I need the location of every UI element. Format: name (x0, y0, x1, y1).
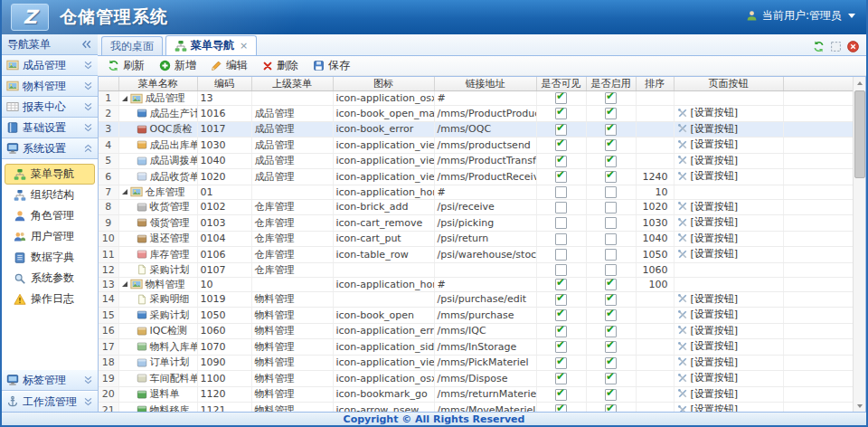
checkbox-checked[interactable] (555, 389, 567, 401)
sidebar-panel-工作流管理[interactable]: 工作流管理 (2, 391, 98, 413)
set-buttons-link[interactable]: [设置按钮] (677, 324, 739, 337)
delete-button[interactable]: 删除 (256, 56, 305, 75)
sidebar-panel-报表中心[interactable]: 报表中心 (2, 97, 98, 118)
table-row[interactable]: 5成品调拨单1040成品管理icon-application_view_icon… (99, 153, 854, 169)
table-row[interactable]: 11库存管理0106仓库管理icon-table_row/psi/warehou… (99, 247, 854, 263)
checkbox-checked[interactable] (555, 373, 567, 384)
column-header-排序[interactable]: 排序 (636, 77, 674, 91)
checkbox-unchecked[interactable] (605, 217, 617, 229)
table-row[interactable]: 18订单计划1090物料管理icon-application_view_deta… (99, 355, 854, 371)
scroll-up-arrow-icon[interactable] (854, 77, 865, 89)
vertical-scrollbar[interactable] (853, 77, 865, 412)
expand-icon[interactable] (830, 41, 842, 52)
scrollbar-thumb[interactable] (854, 90, 865, 178)
table-row[interactable]: 10退还管理0104仓库管理icon-cart_put/psi/return10… (99, 231, 854, 247)
checkbox-checked[interactable] (555, 294, 567, 306)
table-row[interactable]: 1成品管理13icon-application_osx_home# (99, 91, 854, 106)
set-buttons-link[interactable]: [设置按钮] (677, 292, 739, 306)
checkbox-checked[interactable] (605, 108, 617, 119)
sidebar-panel-标签管理[interactable]: 标签管理 (2, 369, 98, 391)
checkbox-checked[interactable] (605, 389, 617, 401)
close-icon[interactable] (847, 41, 859, 52)
table-row[interactable]: 20退料单1120物料管理icon-bookmark_go/mms/return… (99, 386, 854, 403)
checkbox-checked[interactable] (605, 326, 617, 337)
checkbox-checked[interactable] (605, 92, 617, 104)
checkbox-unchecked[interactable] (555, 202, 567, 214)
checkbox-checked[interactable] (605, 341, 617, 353)
sidebar-panel-成品管理[interactable]: 成品管理 (2, 55, 98, 76)
checkbox-checked[interactable] (555, 108, 567, 119)
sidebar-item-操作日志[interactable]: 操作日志 (2, 289, 98, 309)
set-buttons-link[interactable]: [设置按钮] (677, 154, 739, 167)
checkbox-checked[interactable] (555, 341, 567, 353)
checkbox-unchecked[interactable] (555, 249, 567, 261)
set-buttons-link[interactable]: [设置按钮] (677, 339, 739, 353)
add-button[interactable]: 新增 (153, 56, 203, 75)
column-header-编码[interactable]: 编码 (197, 77, 251, 91)
checkbox-checked[interactable] (605, 279, 617, 290)
set-buttons-link[interactable]: [设置按钮] (677, 356, 739, 369)
checkbox-checked[interactable] (555, 309, 567, 321)
checkbox-checked[interactable] (605, 124, 617, 136)
scroll-down-arrow-icon[interactable] (854, 400, 865, 412)
checkbox-unchecked[interactable] (605, 264, 617, 276)
column-header-是否可见[interactable]: 是否可见 (536, 77, 586, 91)
checkbox-checked[interactable] (555, 92, 567, 104)
table-row[interactable]: 6成品收货单1020成品管理icon-application_view_list… (99, 169, 854, 185)
sidebar-item-角色管理[interactable]: 角色管理 (2, 205, 98, 226)
tab-close-icon[interactable]: × (240, 40, 248, 52)
set-buttons-link[interactable]: [设置按钮] (677, 122, 739, 136)
tab-我的桌面[interactable]: 我的桌面 (101, 36, 163, 55)
checkbox-checked[interactable] (555, 171, 567, 183)
column-header-菜单名称[interactable]: 菜单名称 (118, 77, 197, 91)
set-buttons-link[interactable]: [设置按钮] (677, 169, 739, 183)
column-header-页面按钮[interactable]: 页面按钮 (674, 77, 783, 91)
edit-button[interactable]: 编辑 (204, 56, 254, 75)
checkbox-checked[interactable] (555, 357, 567, 369)
table-row[interactable]: 19车间配料单1100物料管理icon-application_osx_casc… (99, 371, 854, 387)
set-buttons-link[interactable]: [设置按钮] (677, 106, 739, 119)
checkbox-checked[interactable] (605, 139, 617, 151)
set-buttons-link[interactable]: [设置按钮] (677, 371, 739, 384)
sidebar-panel-基础设置[interactable]: 基础设置 (2, 118, 98, 138)
checkbox-unchecked[interactable] (605, 233, 617, 245)
checkbox-unchecked[interactable] (605, 202, 617, 214)
tree-expand-icon[interactable] (122, 189, 127, 195)
set-buttons-link[interactable]: [设置按钮] (677, 247, 739, 261)
checkbox-checked[interactable] (605, 171, 617, 183)
sidebar-item-数据字典[interactable]: 数据字典 (2, 247, 98, 268)
checkbox-unchecked[interactable] (605, 249, 617, 261)
table-row[interactable]: 17物料入库单1070物料管理icon-application_side_exp… (99, 339, 854, 356)
sidebar-item-菜单导航[interactable]: 菜单导航 (5, 164, 95, 185)
column-header-图标[interactable]: 图标 (333, 77, 434, 91)
set-buttons-link[interactable]: [设置按钮] (677, 232, 739, 245)
table-row[interactable]: 7仓库管理01icon-application_home#10 (99, 185, 854, 199)
checkbox-checked[interactable] (605, 309, 617, 321)
set-buttons-link[interactable]: [设置按钮] (677, 308, 739, 321)
sidebar-panel-物料管理[interactable]: 物料管理 (2, 76, 98, 97)
table-row[interactable]: 12采购计划0107仓库管理1060 (99, 262, 854, 277)
checkbox-checked[interactable] (605, 294, 617, 306)
table-row[interactable]: 9领货管理0103仓库管理icon-cart_remove/psi/pickin… (99, 215, 854, 232)
checkbox-checked[interactable] (555, 156, 567, 167)
table-row[interactable]: 4成品出库单1030成品管理icon-application_view_tile… (99, 138, 854, 154)
checkbox-unchecked[interactable] (555, 233, 567, 245)
sidebar-panel-系统设置[interactable]: 系统设置 (2, 138, 98, 159)
checkbox-checked[interactable] (605, 156, 617, 167)
checkbox-unchecked[interactable] (555, 186, 567, 198)
checkbox-unchecked[interactable] (555, 264, 567, 276)
column-header-上级菜单[interactable]: 上级菜单 (251, 77, 333, 91)
table-row[interactable]: 3OQC质检1017成品管理icon-book_error/mms/OQC[设置… (99, 121, 854, 138)
table-row[interactable]: 8收货管理0102仓库管理icon-brick_add/psi/receive1… (99, 199, 854, 215)
sidebar-item-系统参数[interactable]: 系统参数 (2, 268, 98, 289)
sidebar-item-组织结构[interactable]: 组织结构 (2, 185, 98, 205)
column-header-是否启用[interactable]: 是否启用 (586, 77, 636, 91)
tree-expand-icon[interactable] (122, 281, 127, 287)
checkbox-checked[interactable] (555, 139, 567, 151)
checkbox-checked[interactable] (605, 357, 617, 369)
checkbox-checked[interactable] (605, 373, 617, 384)
checkbox-checked[interactable] (555, 124, 567, 136)
collapse-sidebar-button[interactable] (81, 39, 92, 50)
user-menu[interactable]: 当前用户:管理员 (746, 8, 855, 24)
table-row[interactable]: 15采购计划1050物料管理icon-book_open/mms/purchas… (99, 308, 854, 324)
